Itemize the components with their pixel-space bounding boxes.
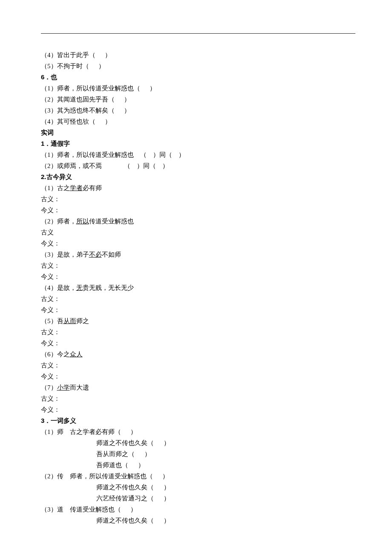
gujin-item: （2）师者，所以传道受业解惑也 [41,216,355,227]
text: （7） [41,384,57,391]
text: （2）师者， [41,218,76,225]
jinyi-line: 今义： [41,404,355,415]
underlined-term: 学者 [70,185,83,191]
line: （3）其为惑也终不解矣（ ） [41,105,355,116]
text: 必有师 [83,185,102,191]
guyi-line: 古义 [41,227,355,238]
guyi-line: 古义： [41,293,355,304]
heading-duoyi: 3．一词多义 [41,415,355,426]
gujin-item: （4）是故，无贵无贱，无长无少 [41,282,355,293]
duoyi-line: 吾师道也（ ） [41,460,355,471]
underlined-term: 众人 [70,351,83,358]
guyi-line: 古义： [41,393,355,404]
gujin-item: （7）小学而大遗 [41,382,355,393]
underlined-term: 从而 [63,318,76,324]
line: （2）或师焉，或不焉 （ ）同（ ） [41,160,355,171]
duoyi-line: 吾从而师之（ ） [41,448,355,460]
gujin-item: （6）今之众人 [41,349,355,360]
jinyi-line: 今义： [41,238,355,249]
line: （4）皆出于此乎（ ） [41,49,355,61]
text: 贵无贱，无长无少 [83,284,134,291]
jinyi-line: 今义： [41,205,355,216]
body: （4）皆出于此乎（ ） （5）不拘于时（ ） 6．也 （1）师者，所以传道受业解… [41,49,355,526]
guyi-line: 古义： [41,327,355,338]
document-page: （4）皆出于此乎（ ） （5）不拘于时（ ） 6．也 （1）师者，所以传道受业解… [0,0,392,555]
underlined-term: 所以 [76,218,89,225]
duoyi-line: 师道之不传也久矣（ ） [41,437,355,448]
gujin-item: （1）古之学者必有师 [41,182,355,194]
text: （3）是故，弟子 [41,251,89,258]
gujin-item: （3）是故，弟子不必不如师 [41,249,355,260]
guyi-line: 古义： [41,194,355,205]
underlined-term: 不必 [89,251,102,258]
text: 而大遗 [70,384,89,391]
line: （5）不拘于时（ ） [41,61,355,72]
guyi-line: 古义： [41,360,355,371]
jinyi-line: 今义： [41,271,355,282]
text: （5）吾 [41,318,63,324]
line: （1）师者，所以传道受业解惑也（ ） [41,83,355,94]
jinyi-line: 今义： [41,371,355,382]
jinyi-line: 今义： [41,304,355,315]
text: 师之 [76,318,89,324]
heading-tongjia: 1．通假字 [41,138,355,149]
heading-gujin: 2.古今异义 [41,171,355,182]
underlined-term: 无 [76,284,83,291]
guyi-line: 古义： [41,260,355,271]
text: 不如师 [102,251,121,258]
duoyi-line: 六艺经传皆通习之（ ） [41,493,355,504]
gujin-block: （1）古之学者必有师古义：今义：（2）师者，所以传道受业解惑也古义今义：（3）是… [41,182,355,415]
duoyi-block: （1）师 古之学者必有师（ ）师道之不传也久矣（ ）吾从而师之（ ）吾师道也（ … [41,426,355,526]
jinyi-line: 今义： [41,338,355,349]
heading-shici: 实词 [41,127,355,138]
line: （2）其闻道也固先乎吾（ ） [41,94,355,105]
duoyi-line: 师道之不传也久矣（ ） [41,482,355,493]
duoyi-line: （2）传 师者，所以传道受业解惑也（ ） [41,471,355,482]
underlined-term: 小学 [57,384,70,391]
duoyi-line: 师道之不传也久矣（ ） [41,515,355,526]
heading-6: 6．也 [41,72,355,83]
gujin-item: （5）吾从而师之 [41,315,355,327]
text: （1）古之 [41,185,70,191]
text: 传道受业解惑也 [89,218,134,225]
line: （1）师者，所以传道受业解惑也 （ ）同（ ） [41,149,355,160]
duoyi-line: （3）道 传道受业解惑也（ ） [41,504,355,515]
top-rule [41,33,355,34]
text: （4）是故， [41,284,76,291]
duoyi-line: （1）师 古之学者必有师（ ） [41,426,355,437]
text: （6）今之 [41,351,70,358]
line: （4）其可怪也欤（ ） [41,116,355,127]
